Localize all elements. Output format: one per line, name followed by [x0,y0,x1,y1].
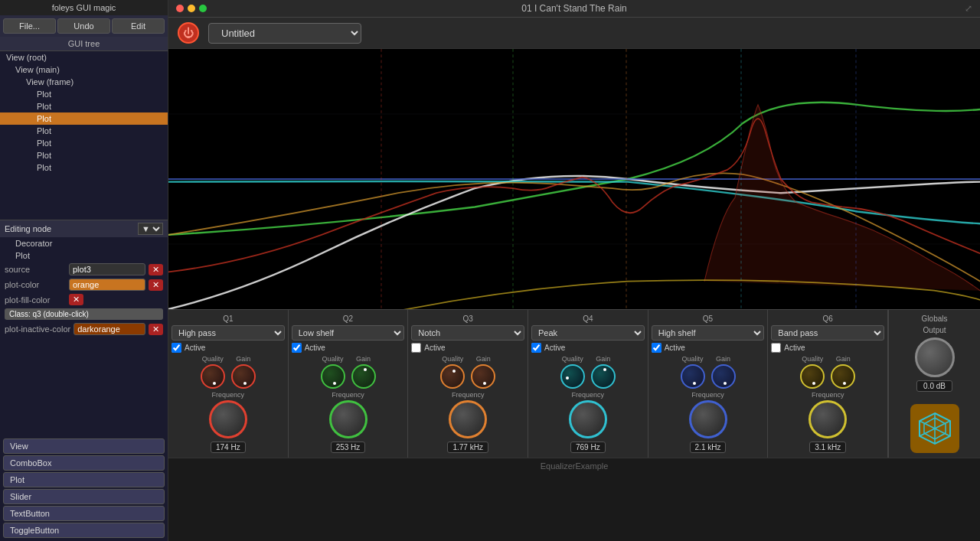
band-q6-type-select[interactable]: High pass Low shelf Notch Peak High shel… [771,325,884,341]
q1-gain-dot [243,382,247,385]
band-q1-active[interactable]: Active [172,343,205,353]
tree-item-plot6[interactable]: Plot [0,149,168,161]
q5-quality-label: Quality [682,355,704,363]
band-q5-type-select[interactable]: High pass Low shelf Notch Peak High shel… [652,325,765,341]
q4-freq-knob[interactable] [569,400,607,438]
q4-quality-dot [566,376,569,380]
band-q5-checkbox[interactable] [652,343,662,353]
q6-quality-knob[interactable] [800,364,825,389]
editing-node-select[interactable]: ▼ [138,223,163,235]
band-q5-active[interactable]: Active [652,343,685,353]
tree-item-plot3[interactable]: Plot [0,112,168,125]
band-q4-knobs: Quality Gain [560,355,616,389]
band-q6-active[interactable]: Active [771,343,805,353]
q6-gain-outer [831,364,855,389]
tree-item-main[interactable]: View (main) [0,64,168,76]
component-combobox[interactable]: ComboBox [3,455,165,471]
band-q4-checkbox[interactable] [531,343,541,353]
q4-gain-knob[interactable] [591,364,616,389]
band-q2-active[interactable]: Active [292,343,325,353]
q6-quality-group: Quality [800,355,825,389]
plot-fill-color-del[interactable]: ✕ [69,294,83,305]
q3-quality-knob[interactable] [440,364,465,389]
title-bar: 01 I Can't Stand The Rain ⤢ [168,0,980,18]
file-button[interactable]: File... [3,18,56,34]
plot-inactive-del[interactable]: ✕ [149,324,163,335]
band-q2-type-select[interactable]: High pass Low shelf Notch Peak High shel… [292,325,405,341]
maximize-dot[interactable] [199,5,207,12]
plot-color-row: plot-color orange ✕ [0,277,168,292]
band-q4-type-select[interactable]: High pass Low shelf Notch Peak High shel… [531,325,645,341]
tree-item-plot4[interactable]: Plot [0,125,168,137]
tree-item-plot1[interactable]: Plot [0,88,168,100]
q6-gain-knob[interactable] [831,364,855,389]
band-q3-active[interactable]: Active [411,343,445,353]
tree-item-plot7[interactable]: Plot [0,161,168,174]
eq-plot[interactable] [168,49,980,309]
q2-gain-knob[interactable] [351,364,376,389]
bands-row: Q1 High pass Low shelf Notch Peak High s… [168,309,980,458]
component-togglebutton[interactable]: ToggleButton [3,523,165,538]
plot-item[interactable]: Plot [0,249,168,262]
q1-freq-label: Frequency [212,391,245,399]
tree-item-root[interactable]: View (root) [0,51,168,64]
band-q4-active[interactable]: Active [531,343,565,353]
q3-freq-knob[interactable] [449,400,487,438]
q5-gain-outer [711,364,736,389]
q6-quality-label: Quality [802,355,823,363]
band-q3-checkbox[interactable] [411,343,421,353]
source-del[interactable]: ✕ [149,264,163,275]
power-button[interactable]: ⏻ [178,22,199,44]
source-label: source [5,265,66,274]
preset-dropdown[interactable]: Untitled [208,23,361,44]
band-q2-checkbox[interactable] [292,343,302,353]
q1-quality-outer [201,364,225,389]
q5-freq-value: 2.1 kHz [690,442,727,453]
component-view[interactable]: View [3,438,165,454]
minimize-dot[interactable] [188,5,195,12]
band-panel-q4: Q4 High pass Low shelf Notch Peak High s… [528,310,648,458]
q5-quality-knob[interactable] [681,364,705,389]
q1-gain-knob[interactable] [231,364,256,389]
component-textbutton[interactable]: TextButton [3,506,165,521]
q5-gain-knob[interactable] [711,364,736,389]
left-panel: foleys GUI magic File... Undo Edit GUI t… [0,0,168,541]
q5-freq-group: Frequency 2.1 kHz [689,391,727,453]
plot-inactive-label: plot-inactive-color [5,324,70,334]
q1-freq-knob[interactable] [209,400,247,438]
q2-freq-knob[interactable] [329,400,368,438]
band-q6-checkbox[interactable] [771,343,781,353]
edit-button[interactable]: Edit [112,18,165,34]
q3-quality-outer [440,364,465,389]
q1-quality-knob[interactable] [201,364,225,389]
close-dot[interactable] [176,5,184,12]
component-slider[interactable]: Slider [3,489,165,504]
q6-quality-outer [800,364,825,389]
tree-item-plot2[interactable]: Plot [0,100,168,112]
component-plot[interactable]: Plot [3,472,165,487]
tree-item-plot5[interactable]: Plot [0,137,168,149]
logo-box [910,404,959,453]
plot-color-del[interactable]: ✕ [149,279,163,291]
band-q3-type-select[interactable]: High pass Low shelf Notch Peak High shel… [411,325,524,341]
decorator-item[interactable]: Decorator [0,237,168,249]
plot-color-label: plot-color [5,280,66,289]
q5-freq-knob[interactable] [689,400,727,438]
undo-button[interactable]: Undo [57,18,110,34]
q5-quality-dot [693,382,696,385]
band-q3-title: Q3 [463,314,473,323]
q4-quality-knob[interactable] [560,364,585,389]
q2-freq-value: 253 Hz [331,442,366,453]
q3-gain-knob[interactable] [471,364,495,389]
band-q1-type-select[interactable]: High pass Low shelf Notch Peak High shel… [172,325,285,341]
q4-freq-label: Frequency [572,391,605,399]
band-q1-checkbox[interactable] [172,343,181,353]
q3-gain-dot [483,382,486,385]
q4-quality-group: Quality [560,355,585,389]
q6-freq-knob[interactable] [808,400,847,438]
q2-quality-knob[interactable] [321,364,345,389]
window-resize-icon[interactable]: ⤢ [965,3,972,14]
tree-item-frame[interactable]: View (frame) [0,76,168,88]
q2-freq-group: Frequency 253 Hz [329,391,368,453]
output-knob[interactable] [915,337,955,377]
